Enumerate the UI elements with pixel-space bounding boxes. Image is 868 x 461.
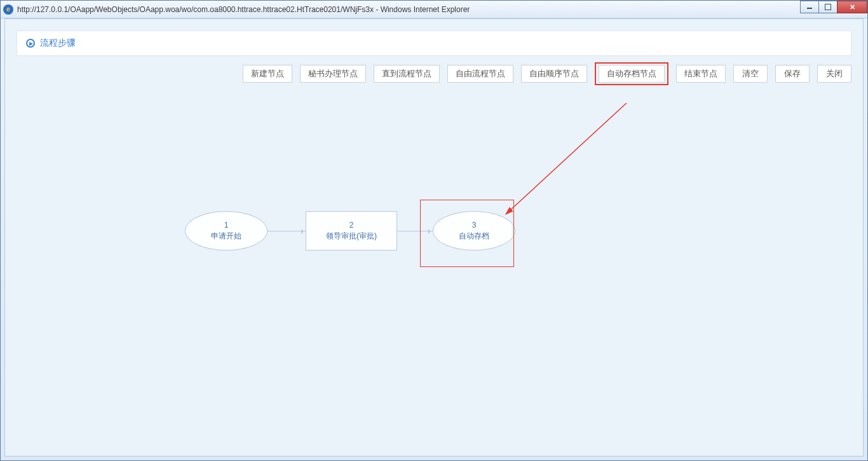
until-flow-node-button[interactable]: 直到流程节点 [374, 65, 440, 83]
end-node-button[interactable]: 结束节点 [676, 65, 726, 83]
client-area: 流程步骤 新建节点 秘书办理节点 直到流程节点 自由流程节点 自由顺序节点 自动… [4, 18, 864, 457]
connector-1-2 [268, 231, 306, 231]
window-close-button[interactable] [837, 1, 867, 13]
window-title-text: http://127.0.0.1/OAapp/WebObjects/OAapp.… [17, 5, 470, 14]
flow-canvas[interactable]: 1 申请开始 2 领导审批(审批) 3 自动存档 [17, 103, 851, 444]
window-controls [801, 1, 867, 13]
clear-button[interactable]: 清空 [733, 65, 768, 83]
node-label: 申请开始 [211, 231, 241, 242]
window-frame: e http://127.0.0.1/OAapp/WebObjects/OAap… [0, 0, 868, 461]
flow-node-1[interactable]: 1 申请开始 [185, 211, 268, 251]
free-flow-node-button[interactable]: 自由流程节点 [447, 65, 513, 83]
new-node-button[interactable]: 新建节点 [243, 65, 292, 83]
save-button[interactable]: 保存 [775, 65, 810, 83]
node-number: 1 [224, 221, 229, 230]
flow-node-2[interactable]: 2 领导审批(审批) [306, 211, 397, 251]
ie-icon: e [3, 4, 13, 15]
free-order-node-button[interactable]: 自由顺序节点 [521, 65, 587, 83]
window-minimize-button[interactable] [800, 1, 819, 13]
svg-line-0 [506, 103, 627, 214]
auto-archive-node-button[interactable]: 自动存档节点 [599, 65, 665, 83]
window-maximize-button[interactable] [818, 1, 837, 13]
close-button[interactable]: 关闭 [817, 65, 851, 83]
node-number: 2 [349, 221, 354, 230]
highlight-auto-archive: 自动存档节点 [595, 62, 668, 85]
annotation-arrow [17, 103, 855, 461]
toolbar: 新建节点 秘书办理节点 直到流程节点 自由流程节点 自由顺序节点 自动存档节点 … [17, 65, 851, 83]
secretary-node-button[interactable]: 秘书办理节点 [300, 65, 366, 83]
play-circle-icon [26, 39, 35, 48]
page-header-panel: 流程步骤 [17, 31, 851, 56]
page-title: 流程步骤 [40, 38, 76, 49]
node-label: 领导审批(审批) [326, 231, 377, 242]
highlight-target-box [420, 200, 514, 267]
window-titlebar: e http://127.0.0.1/OAapp/WebObjects/OAap… [1, 1, 867, 18]
